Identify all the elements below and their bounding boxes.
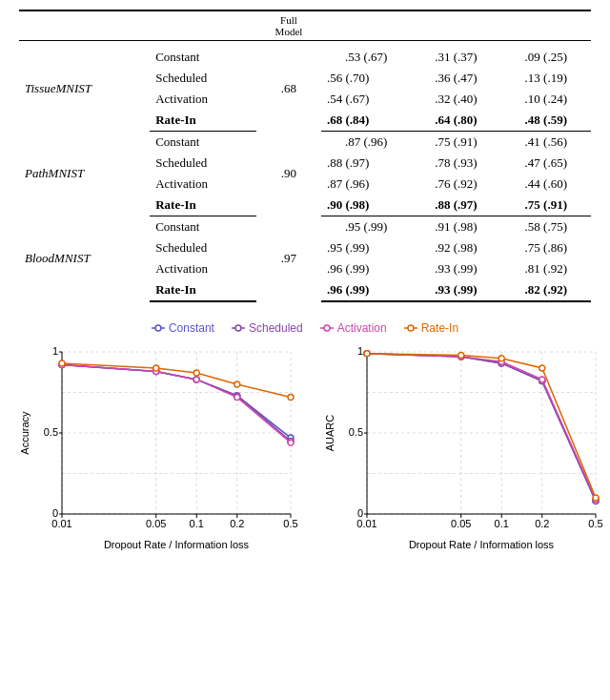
svg-text:0.05: 0.05 [451, 518, 471, 529]
svg-text:Dropout Rate / Information los: Dropout Rate / Information loss [104, 539, 250, 550]
accuracy-chart: 0.010.050.10.20.500.51AccuracyDropout Ra… [19, 342, 305, 556]
svg-point-101 [539, 377, 545, 382]
dataset-cell: PathMNIST [19, 132, 150, 216]
method-cell: Constant [150, 47, 256, 68]
svg-point-55 [193, 370, 199, 376]
legend-item: Activation [320, 321, 387, 335]
value-cell: .36 (.47) [411, 68, 500, 89]
svg-point-57 [288, 395, 294, 401]
value-cell: .32 (.40) [411, 89, 500, 110]
method-cell: Scheduled [150, 68, 256, 89]
value-cell: .41 (.56) [501, 132, 591, 154]
svg-point-54 [153, 365, 159, 371]
method-cell: Rate-In [150, 279, 256, 301]
value-cell: .93 (.99) [411, 258, 500, 279]
method-cell: Scheduled [150, 237, 256, 258]
svg-text:0.5: 0.5 [44, 426, 58, 438]
col-dataset [19, 10, 150, 41]
svg-text:0: 0 [52, 507, 58, 519]
method-cell: Activation [150, 89, 256, 110]
svg-text:AUARC: AUARC [324, 415, 336, 452]
value-cell: .90 (.98) [321, 195, 411, 216]
method-cell: Rate-In [150, 110, 256, 132]
dataset-cell: BloodMNIST [19, 216, 150, 302]
svg-text:0.5: 0.5 [588, 518, 602, 529]
method-cell: Scheduled [150, 153, 256, 174]
svg-text:0.2: 0.2 [535, 518, 549, 529]
value-cell: .75 (.91) [411, 132, 500, 154]
table-row: TissueMNISTConstant.68.53 (.67).31 (.37)… [19, 47, 591, 68]
svg-text:Dropout Rate / Information los: Dropout Rate / Information loss [409, 539, 555, 550]
acc-cell: .90 [256, 132, 321, 216]
col-dropout-rate [321, 10, 591, 41]
svg-text:0.05: 0.05 [146, 518, 166, 529]
svg-point-51 [234, 395, 240, 401]
svg-text:0.1: 0.1 [495, 518, 509, 529]
value-cell: .75 (.91) [501, 195, 591, 216]
chart-legend: ConstantScheduledActivationRate-In [152, 321, 458, 335]
value-cell: .95 (.99) [321, 216, 411, 238]
charts-row: 0.010.050.10.20.500.51AccuracyDropout Ra… [19, 342, 591, 556]
value-cell: .96 (.99) [321, 279, 411, 301]
value-cell: .82 (.92) [501, 279, 591, 301]
method-cell: Rate-In [150, 195, 256, 216]
method-cell: Constant [150, 132, 256, 154]
method-cell: Constant [150, 216, 256, 238]
svg-point-7 [408, 325, 414, 331]
charts-section: ConstantScheduledActivationRate-In 0.010… [19, 321, 591, 556]
legend-item: Scheduled [232, 321, 303, 335]
value-cell: .64 (.80) [411, 110, 500, 132]
value-cell: .10 (.24) [501, 89, 591, 110]
value-cell: .09 (.25) [501, 47, 591, 68]
value-cell: .87 (.96) [321, 132, 411, 154]
svg-point-52 [288, 440, 294, 445]
value-cell: .56 (.70) [321, 68, 411, 89]
value-cell: .95 (.99) [321, 237, 411, 258]
value-cell: .91 (.98) [411, 216, 500, 238]
value-cell: .31 (.37) [411, 47, 500, 68]
table-row: PathMNISTConstant.90.87 (.96).75 (.91).4… [19, 132, 591, 154]
auarc-chart: 0.010.050.10.20.500.51AUARCDropout Rate … [324, 342, 610, 556]
acc-cell: .97 [256, 216, 321, 302]
svg-point-107 [593, 495, 599, 501]
value-cell: .96 (.99) [321, 258, 411, 279]
method-cell: Activation [150, 258, 256, 279]
svg-text:0: 0 [357, 507, 363, 519]
svg-text:0.01: 0.01 [51, 518, 71, 529]
svg-point-106 [539, 365, 545, 371]
col-method [150, 10, 256, 41]
value-cell: .92 (.98) [411, 237, 500, 258]
results-table: FullModel TissueMNISTConstant.68.53 (.67… [19, 10, 591, 302]
svg-text:0.2: 0.2 [230, 518, 244, 529]
svg-text:0.01: 0.01 [356, 518, 376, 529]
svg-point-3 [235, 325, 241, 331]
method-cell: Activation [150, 174, 256, 195]
legend-item: Rate-In [404, 321, 458, 335]
svg-text:0.1: 0.1 [190, 518, 204, 529]
acc-cell: .68 [256, 47, 321, 132]
value-cell: .76 (.92) [411, 174, 500, 195]
svg-point-104 [458, 352, 464, 358]
svg-text:0.5: 0.5 [283, 518, 297, 529]
svg-point-50 [193, 377, 199, 382]
value-cell: .93 (.99) [411, 279, 500, 301]
value-cell: .58 (.75) [501, 216, 591, 238]
value-cell: .68 (.84) [321, 110, 411, 132]
svg-point-1 [155, 325, 161, 331]
svg-point-53 [59, 360, 65, 366]
svg-text:0.5: 0.5 [349, 426, 363, 438]
value-cell: .75 (.86) [501, 237, 591, 258]
value-cell: .53 (.67) [321, 47, 411, 68]
value-cell: .87 (.96) [321, 174, 411, 195]
svg-text:Accuracy: Accuracy [19, 411, 30, 455]
legend-item: Constant [152, 321, 214, 335]
svg-text:1: 1 [357, 345, 363, 357]
svg-point-5 [324, 325, 330, 331]
value-cell: .48 (.59) [501, 110, 591, 132]
value-cell: .47 (.65) [501, 153, 591, 174]
dataset-cell: TissueMNIST [19, 47, 150, 132]
value-cell: .88 (.97) [411, 195, 500, 216]
value-cell: .44 (.60) [501, 174, 591, 195]
value-cell: .88 (.97) [321, 153, 411, 174]
value-cell: .54 (.67) [321, 89, 411, 110]
